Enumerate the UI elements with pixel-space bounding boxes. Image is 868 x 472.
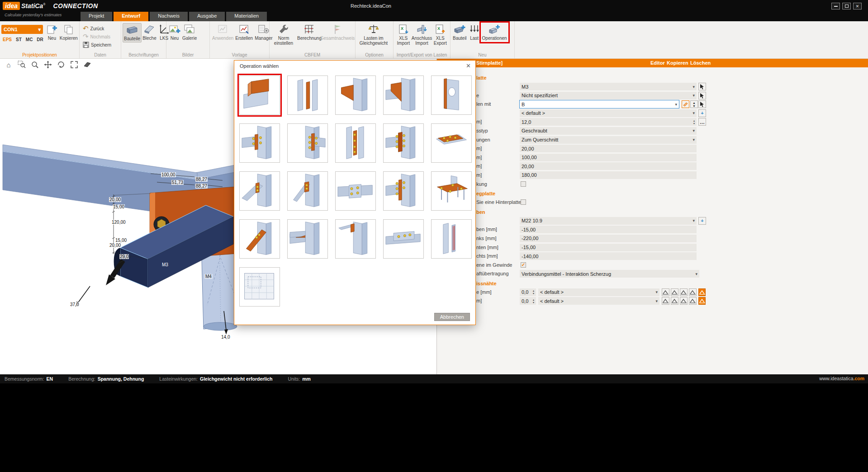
neu-position-button[interactable]: Neu xyxy=(45,23,59,42)
berechnung-button[interactable]: Berechnung xyxy=(296,23,323,42)
close-button[interactable]: ✕ xyxy=(853,3,862,9)
operation-tile-19[interactable] xyxy=(383,219,424,259)
property-dropdown[interactable]: Nicht spezifiziert▾ xyxy=(520,92,697,99)
close-dialog-icon[interactable]: ✕ xyxy=(466,62,471,69)
property-field[interactable]: 100,00 xyxy=(520,154,697,161)
tab-ausgabe[interactable]: Ausgabe xyxy=(189,12,225,21)
erstellen-button[interactable]: Erstellen xyxy=(234,23,254,42)
checkbox[interactable]: ✓ xyxy=(521,262,526,268)
weld-type-button[interactable] xyxy=(680,288,688,296)
weld-type-button[interactable] xyxy=(689,288,697,296)
tab-nachweis[interactable]: Nachweis xyxy=(150,12,188,21)
editor-button[interactable]: Editor xyxy=(650,60,665,66)
operation-tile-8[interactable] xyxy=(335,123,376,163)
kopieren-position-button[interactable]: Kopieren xyxy=(59,23,79,42)
zurueck-button[interactable]: ↶Zurück xyxy=(81,24,119,33)
project-item-selector[interactable]: CON1▾ xyxy=(1,25,43,34)
property-spinner[interactable]: 0,0▴▾ xyxy=(520,297,536,305)
orbit-icon[interactable] xyxy=(56,60,66,69)
checkbox[interactable] xyxy=(521,181,526,187)
spinner-arrows-icon[interactable]: ▴▾ xyxy=(533,298,534,304)
kopieren-operation-button[interactable]: Kopieren xyxy=(667,60,688,66)
weld-type-button[interactable] xyxy=(671,288,678,296)
spinner-arrows-icon[interactable]: ▴▾ xyxy=(693,119,695,125)
operation-tile-2[interactable] xyxy=(287,76,328,115)
property-dropdown[interactable]: Verbindungsmittel - Interaktion Scherzug… xyxy=(520,270,699,278)
property-field[interactable]: -15,00 xyxy=(520,244,697,251)
clipping-plane-icon[interactable] xyxy=(82,60,92,69)
operation-tile-13[interactable] xyxy=(335,171,376,211)
operation-tile-5[interactable] xyxy=(431,76,472,115)
operation-tile-4[interactable] xyxy=(383,76,424,115)
operation-tile-12[interactable] xyxy=(287,171,328,211)
bauteil-neu-button[interactable]: Bauteil xyxy=(452,23,468,42)
property-field[interactable]: -15,00 xyxy=(520,226,697,233)
weld-active-button[interactable] xyxy=(698,288,706,296)
checkbox[interactable] xyxy=(521,199,526,205)
spinner-arrows-icon[interactable]: ▴▾ xyxy=(533,289,534,295)
bleche-toggle[interactable]: Bleche xyxy=(142,23,157,42)
add-item-button[interactable]: + xyxy=(698,217,706,225)
weld-active-button[interactable] xyxy=(698,297,706,305)
nochmals-button[interactable]: ↷Nochmals xyxy=(81,33,119,41)
select-in-scene-button[interactable] xyxy=(698,83,706,90)
pos-type-eps[interactable]: EPS xyxy=(3,37,12,42)
zoom-extents-icon[interactable] xyxy=(69,60,79,69)
property-dropdown[interactable]: < default >▾ xyxy=(520,109,697,117)
anwenden-button[interactable]: Anwenden xyxy=(211,23,234,42)
last-neu-button[interactable]: Last xyxy=(468,23,481,42)
home-view-icon[interactable]: ⌂ xyxy=(4,60,14,69)
operation-tile-7[interactable] xyxy=(287,123,328,163)
property-dropdown[interactable]: M3▾ xyxy=(520,83,697,90)
select-in-scene-button[interactable] xyxy=(698,100,706,108)
maximize-button[interactable] xyxy=(842,3,851,9)
add-item-button[interactable]: + xyxy=(698,109,706,117)
operation-tile-9[interactable] xyxy=(383,123,424,163)
property-dropdown[interactable]: < default >▾ xyxy=(538,297,659,305)
minimize-button[interactable] xyxy=(831,3,840,9)
operation-tile-1[interactable] xyxy=(239,76,280,115)
speichern-button[interactable]: Speichern xyxy=(81,41,119,49)
select-in-scene-button[interactable] xyxy=(698,92,706,99)
gesamtnachweis-button[interactable]: Gesamtnachweis xyxy=(323,23,352,42)
weld-type-button[interactable] xyxy=(662,297,669,305)
zoom-icon[interactable] xyxy=(30,60,40,69)
loeschen-operation-button[interactable]: Löschen xyxy=(690,60,711,66)
operationen-button[interactable]: Operationen xyxy=(481,23,508,42)
cancel-button[interactable]: Abbrechen xyxy=(434,313,470,321)
property-dropdown[interactable]: Geschraubt▾ xyxy=(520,127,697,135)
operation-tile-16[interactable] xyxy=(239,219,280,259)
operation-tile-20[interactable] xyxy=(431,219,472,259)
operation-tile-18[interactable] xyxy=(335,219,376,259)
reorder-button[interactable]: ▲▼ xyxy=(690,100,698,108)
lasten-gleichgewicht-button[interactable]: Lasten im Gleichgewicht xyxy=(357,23,390,46)
property-dropdown[interactable]: < default >▾ xyxy=(538,288,659,296)
xls-import-button[interactable]: X XLS Import xyxy=(395,23,412,46)
weld-type-button[interactable] xyxy=(662,288,669,296)
anschluss-import-button[interactable]: Anschluss Import xyxy=(412,23,432,46)
property-spinner[interactable]: 0,0▴▾ xyxy=(520,288,536,296)
plate-side-button[interactable] xyxy=(682,100,689,108)
tab-projekt[interactable]: Projekt xyxy=(81,12,112,21)
property-field[interactable]: 20,00 xyxy=(520,162,697,170)
operation-tile-14[interactable] xyxy=(383,171,424,211)
operation-tile-3[interactable] xyxy=(335,76,376,115)
property-field[interactable]: 180,00 xyxy=(520,171,697,179)
zoom-window-icon[interactable] xyxy=(17,60,27,69)
galerie-button[interactable]: Galerie xyxy=(181,23,198,42)
tab-entwurf[interactable]: Entwurf xyxy=(114,12,148,21)
weld-type-button[interactable] xyxy=(671,297,678,305)
operation-tile-6[interactable] xyxy=(239,123,280,163)
operation-tile-21[interactable] xyxy=(239,267,280,307)
xls-export-button[interactable]: X XLS Export xyxy=(432,23,449,46)
norm-einstellen-button[interactable]: Norm einstellen xyxy=(271,23,296,46)
property-dropdown[interactable]: M22 10.9▾ xyxy=(520,217,697,225)
more-options-button[interactable]: … xyxy=(698,118,706,126)
property-field[interactable]: -140,00 xyxy=(520,252,697,260)
website-link[interactable]: www.ideastatica.com xyxy=(819,376,864,381)
property-field[interactable]: -220,00 xyxy=(520,235,697,242)
property-dropdown[interactable]: Zum Querschnitt▾ xyxy=(520,136,697,144)
pos-type-mc[interactable]: MC xyxy=(26,37,33,42)
pan-icon[interactable] xyxy=(43,60,53,69)
tab-materialien[interactable]: Materialien xyxy=(226,12,267,21)
